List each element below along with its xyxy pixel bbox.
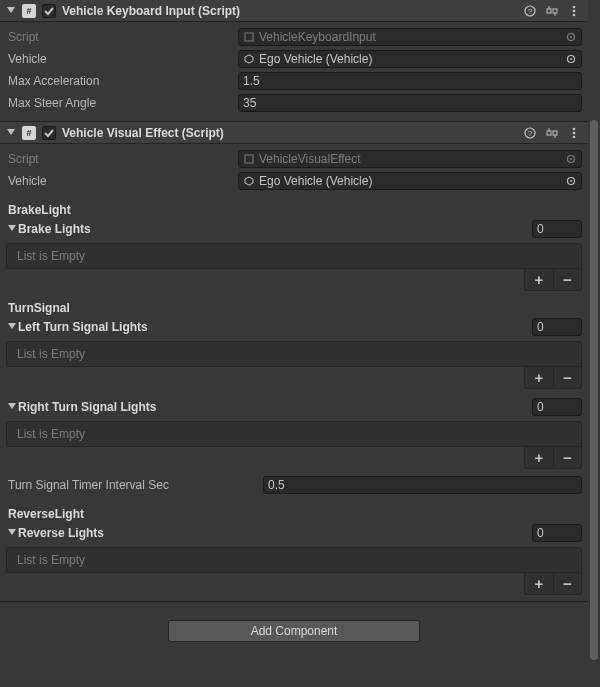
object-picker-icon[interactable] (565, 31, 577, 43)
left-turn-lights-label[interactable]: Left Turn Signal Lights (18, 320, 532, 334)
turn-timer-input[interactable] (263, 476, 582, 494)
svg-point-28 (570, 158, 572, 160)
script-asset-icon (243, 153, 255, 165)
brake-lights-size-input[interactable] (532, 220, 582, 238)
component-title: Vehicle Keyboard Input (Script) (62, 4, 516, 18)
array-remove-button[interactable]: − (553, 367, 581, 387)
array-add-button[interactable]: + (525, 447, 553, 467)
reverselight-heading: ReverseLight (6, 497, 582, 523)
max-acceleration-label: Max Acceleration (6, 74, 238, 88)
array-remove-button[interactable]: − (553, 447, 581, 467)
svg-rect-26 (245, 155, 253, 163)
array-add-button[interactable]: + (525, 367, 553, 387)
component-title: Vehicle Visual Effect (Script) (62, 126, 516, 140)
script-field[interactable]: VehicleVisualEffect (238, 150, 582, 168)
svg-point-7 (573, 5, 576, 8)
svg-marker-13 (245, 55, 253, 63)
turn-timer-label: Turn Signal Timer Interval Sec (6, 478, 263, 492)
component-body-vki: Script VehicleKeyboardInput Vehicle (0, 22, 588, 121)
svg-rect-20 (553, 131, 557, 135)
presets-icon[interactable] (544, 3, 560, 19)
max-steer-angle-input[interactable] (238, 94, 582, 112)
script-field[interactable]: VehicleKeyboardInput (238, 28, 582, 46)
scrollbar-thumb[interactable] (590, 120, 598, 660)
array-remove-button[interactable]: − (553, 269, 581, 289)
vehicle-label: Vehicle (6, 174, 238, 188)
svg-point-24 (573, 131, 576, 134)
left-turn-lights-size-input[interactable] (532, 318, 582, 336)
svg-point-8 (573, 9, 576, 12)
component-enabled-checkbox[interactable] (42, 4, 56, 18)
right-turn-lights-empty: List is Empty (6, 421, 582, 447)
component-body-vve: Script VehicleVisualEffect Vehicle (0, 144, 588, 601)
brakelight-heading: BrakeLight (6, 193, 582, 219)
svg-point-15 (570, 58, 572, 60)
help-icon[interactable]: ? (522, 125, 538, 141)
script-label: Script (6, 30, 238, 44)
add-component-wrap: Add Component (0, 602, 588, 660)
inspector-viewport: # Vehicle Keyboard Input (Script) ? Scri… (0, 0, 588, 687)
csharp-script-icon: # (22, 4, 36, 18)
right-turn-lights-size-input[interactable] (532, 398, 582, 416)
svg-text:?: ? (528, 129, 533, 138)
kebab-menu-icon[interactable] (566, 125, 582, 141)
max-acceleration-input[interactable] (238, 72, 582, 90)
svg-marker-35 (8, 529, 16, 535)
reverse-lights-label[interactable]: Reverse Lights (18, 526, 532, 540)
add-component-button[interactable]: Add Component (168, 620, 420, 642)
svg-rect-3 (547, 9, 551, 13)
script-value: VehicleVisualEffect (259, 152, 361, 166)
right-turn-lights-label[interactable]: Right Turn Signal Lights (18, 400, 532, 414)
foldout-icon[interactable] (6, 225, 18, 233)
component-header-vve[interactable]: # Vehicle Visual Effect (Script) ? (0, 122, 588, 144)
svg-rect-10 (245, 33, 253, 41)
csharp-script-icon: # (22, 126, 36, 140)
svg-point-23 (573, 127, 576, 130)
max-steer-angle-label: Max Steer Angle (6, 96, 238, 110)
kebab-menu-icon[interactable] (566, 3, 582, 19)
component-enabled-checkbox[interactable] (42, 126, 56, 140)
foldout-icon[interactable] (6, 529, 18, 537)
vehicle-field[interactable]: Ego Vehicle (Vehicle) (238, 50, 582, 68)
object-picker-icon[interactable] (565, 175, 577, 187)
script-asset-icon (243, 31, 255, 43)
svg-point-12 (570, 36, 572, 38)
svg-marker-33 (8, 323, 16, 329)
svg-marker-32 (8, 225, 16, 231)
vehicle-field[interactable]: Ego Vehicle (Vehicle) (238, 172, 582, 190)
presets-icon[interactable] (544, 125, 560, 141)
brake-lights-empty: List is Empty (6, 243, 582, 269)
svg-marker-16 (7, 129, 15, 135)
array-add-button[interactable]: + (525, 269, 553, 289)
component-header-vki[interactable]: # Vehicle Keyboard Input (Script) ? (0, 0, 588, 22)
svg-text:?: ? (528, 7, 533, 16)
brake-lights-label[interactable]: Brake Lights (18, 222, 532, 236)
foldout-icon[interactable] (6, 403, 18, 411)
svg-marker-0 (7, 7, 15, 13)
foldout-icon[interactable] (6, 128, 16, 138)
foldout-icon[interactable] (6, 6, 16, 16)
script-value: VehicleKeyboardInput (259, 30, 376, 44)
vehicle-value: Ego Vehicle (Vehicle) (259, 174, 372, 188)
array-add-button[interactable]: + (525, 573, 553, 593)
array-remove-button[interactable]: − (553, 573, 581, 593)
turnsignal-heading: TurnSignal (6, 291, 582, 317)
svg-rect-19 (547, 131, 551, 135)
svg-marker-34 (8, 403, 16, 409)
object-picker-icon[interactable] (565, 153, 577, 165)
svg-point-25 (573, 135, 576, 138)
reverse-lights-size-input[interactable] (532, 524, 582, 542)
help-icon[interactable]: ? (522, 3, 538, 19)
gameobject-icon (243, 53, 255, 65)
gameobject-icon (243, 175, 255, 187)
vertical-scrollbar[interactable] (588, 0, 600, 687)
vehicle-label: Vehicle (6, 52, 238, 66)
svg-point-31 (570, 180, 572, 182)
reverse-lights-empty: List is Empty (6, 547, 582, 573)
svg-rect-4 (553, 9, 557, 13)
object-picker-icon[interactable] (565, 53, 577, 65)
left-turn-lights-empty: List is Empty (6, 341, 582, 367)
vehicle-value: Ego Vehicle (Vehicle) (259, 52, 372, 66)
svg-point-9 (573, 13, 576, 16)
foldout-icon[interactable] (6, 323, 18, 331)
